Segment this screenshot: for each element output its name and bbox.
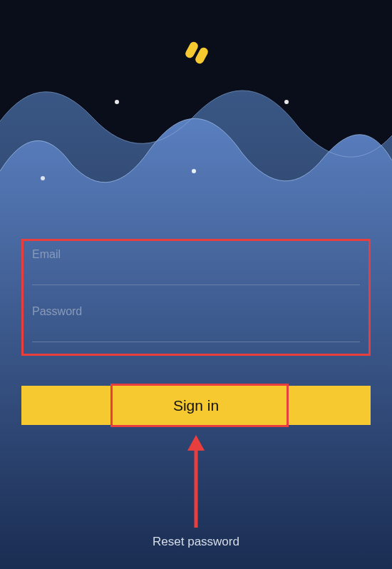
annotation-arrow-icon (185, 435, 207, 528)
password-field[interactable] (32, 322, 360, 342)
svg-point-1 (192, 169, 196, 173)
email-field[interactable] (32, 265, 360, 285)
email-label: Email (32, 248, 360, 261)
svg-point-0 (115, 100, 119, 104)
reset-password-link[interactable]: Reset password (153, 535, 239, 549)
svg-marker-7 (187, 435, 205, 451)
email-group: Email (32, 248, 360, 285)
svg-point-3 (41, 176, 45, 180)
signin-button[interactable]: Sign in (21, 386, 371, 425)
password-group: Password (32, 305, 360, 342)
app-logo-icon (179, 36, 213, 73)
signin-button-label: Sign in (173, 397, 219, 414)
svg-point-2 (284, 100, 289, 104)
login-form: Email Password Sign in (21, 239, 371, 425)
password-label: Password (32, 305, 360, 318)
credentials-box: Email Password (21, 239, 371, 356)
